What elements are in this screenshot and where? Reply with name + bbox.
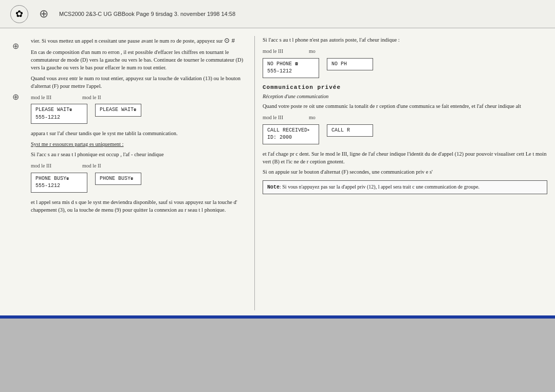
no-phone-line1: NO PHONE ☎ [267, 61, 314, 68]
please-wait-box-1: PLEASE WAIT☎ 555-1212 [31, 104, 87, 124]
boxes-row-1: PLEASE WAIT☎ 555-1212 PLEASE WAIT☎ [31, 102, 247, 125]
content-area: ⊕ ⊕ vier. Si vous mettez un appel n cess… [0, 28, 555, 315]
bottom-gray-area [0, 319, 555, 392]
mod-labels-right-1: mod le III mo [263, 48, 547, 55]
no-phone-boxes: NO PHONE ☎ 555-1212 NO PH [263, 57, 547, 80]
call-received-line1: CALL RECEIVED➤ [267, 127, 314, 135]
left-column: vier. Si vous mettez un appel n cessitan… [31, 36, 252, 310]
right-para3: et l'af chage pr c dent. Sur le mod le I… [263, 150, 547, 165]
left-para3: Quand vous avez entr le num ro tout enti… [31, 74, 247, 90]
call-received-box-2: CALL R [327, 124, 373, 137]
no-phone-box-1: NO PHONE ☎ 555-1212 [263, 58, 319, 78]
header-logo: ✿ [10, 5, 28, 23]
section-subtitle: Réception d'une communication [263, 93, 547, 101]
left-para6: et l appel sera mis d s que le syst me d… [31, 198, 247, 214]
left-para5: Si l'acc s au r seau t l phonique est oc… [31, 151, 247, 158]
boxes-row-2: PHONE BUSY☎ 555-1212 PHONE BUSY☎ [31, 171, 247, 194]
crosshair-bottom: ⊕ [12, 92, 19, 102]
mod-labels-right-2: mod le III mo [263, 114, 547, 122]
right-para2: Quand votre poste re oit une communic la… [263, 102, 547, 110]
phone-busy-line1: PHONE BUSY☎ [35, 175, 83, 183]
please-wait-line2: 555-1212 [35, 114, 83, 122]
no-phone-line2: 555-1212 [267, 68, 314, 76]
book-page: ✿ MCS2000 2&3-C UG GBBook Page 9 tirsdag… [0, 0, 555, 319]
page-container: ✿ MCS2000 2&3-C UG GBBook Page 9 tirsdag… [0, 0, 555, 392]
section-title: Communication privée [263, 84, 547, 92]
left-margin: ⊕ ⊕ [0, 36, 31, 310]
mod-labels-1: mod le III mod le II [31, 94, 247, 102]
please-wait-line1: PLEASE WAIT☎ [35, 106, 83, 114]
phone-busy-box-1: PHONE BUSY☎ 555-1212 [31, 173, 87, 193]
vertical-divider [254, 36, 255, 310]
call-received-boxes: CALL RECEIVED➤ ID: 2000 CALL R [263, 123, 547, 146]
right-column: Si l'acc s au t l phone n'est pas autori… [257, 36, 555, 310]
call-r-line1: CALL R [331, 127, 368, 135]
call-received-box-1: CALL RECEIVED➤ ID: 2000 [263, 124, 319, 144]
left-para2: En cas de composition d'un num ro erron … [31, 48, 247, 72]
phone-busy-box-2: PHONE BUSY☎ [95, 173, 141, 185]
bottom-blue-bar [0, 315, 555, 319]
phone-busy-2-line1: PHONE BUSY☎ [100, 175, 137, 183]
button-icons: ⊙ # [224, 36, 235, 44]
call-received-line2: ID: 2000 [267, 134, 314, 142]
no-phone-box-2: NO PH [327, 58, 373, 71]
right-para4: Si on appuie sur le bouton d'alternat (F… [263, 168, 547, 176]
header-crosshair [36, 6, 51, 22]
note-label: Note [267, 184, 280, 190]
note-box: Note: Si vous n'appuyez pas sur la d'app… [263, 180, 547, 195]
logo-symbol: ✿ [15, 8, 23, 20]
please-wait-2-line1: PLEASE WAIT☎ [100, 106, 137, 114]
header-bar: ✿ MCS2000 2&3-C UG GBBook Page 9 tirsdag… [0, 0, 555, 28]
no-phone-2-line1: NO PH [331, 61, 368, 68]
note-text: : Si vous n'appuyez pas sur la d'appel p… [280, 184, 479, 190]
left-para4: appara t sur l'af cheur tandis que le sy… [31, 129, 247, 137]
left-para1: vier. Si vous mettez un appel n cessitan… [31, 36, 247, 46]
please-wait-box-2: PLEASE WAIT☎ [95, 104, 141, 117]
mod-labels-2: mod le III mod le II [31, 162, 247, 170]
phone-busy-line2: 555-1212 [35, 182, 83, 190]
right-para1: Si l'acc s au t l phone n'est pas autori… [263, 36, 547, 44]
crosshair-top: ⊕ [12, 41, 19, 51]
underline-text: Syst me r essources partag es uniquement… [31, 140, 247, 148]
header-text: MCS2000 2&3-C UG GBBook Page 9 tirsdag 3… [59, 11, 235, 17]
